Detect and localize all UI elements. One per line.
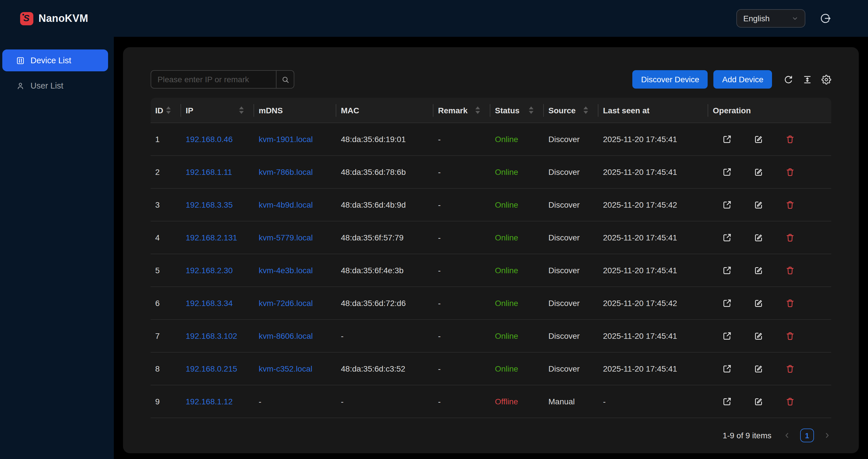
sidebar-item-device-list[interactable]: Device List [2,50,108,71]
edit-device-icon[interactable] [754,167,764,177]
row-operations [713,331,827,341]
status-badge: Online [495,200,518,209]
column-title: MAC [341,106,359,115]
column-title: Source [548,106,576,115]
column-header-last-seen-at: Last seen at [598,98,708,123]
sidebar-item-user-list[interactable]: User List [2,75,108,97]
delete-device-icon[interactable] [785,364,795,374]
refresh-icon[interactable] [783,75,793,84]
edit-device-icon[interactable] [754,364,764,374]
toolbar-actions: Discover Device Add Device [627,70,831,89]
cell-remark: - [438,331,441,341]
cell-last-seen: 2025-11-20 17:45:41 [603,135,677,144]
table-tools [783,75,831,84]
device-mdns-link[interactable]: kvm-4e3b.local [259,266,313,275]
delete-device-icon[interactable] [785,200,795,210]
main-content: Discover Device Add Device [114,37,868,459]
column-header-status[interactable]: Status [490,98,544,123]
device-mdns-link[interactable]: kvm-8606.local [259,331,313,341]
add-device-button[interactable]: Add Device [714,70,772,89]
device-mdns-link[interactable]: kvm-1901.local [259,135,313,144]
device-mdns-link[interactable]: kvm-4b9d.local [259,200,313,209]
device-ip-link[interactable]: 192.168.1.11 [186,167,232,177]
status-badge: Online [495,331,518,341]
device-ip-link[interactable]: 192.168.3.34 [186,298,233,308]
sorter-icon [239,107,249,114]
device-mdns-link[interactable]: kvm-5779.local [259,233,313,242]
delete-device-icon[interactable] [785,167,795,177]
table-row: 3 192.168.3.35 kvm-4b9d.local 48:da:35:6… [151,189,831,222]
edit-device-icon[interactable] [754,298,764,308]
device-ip-link[interactable]: 192.168.0.215 [186,364,237,373]
delete-device-icon[interactable] [785,298,795,308]
edit-device-icon[interactable] [754,134,764,144]
column-header-id[interactable]: ID [151,98,181,123]
table-row: 5 192.168.2.30 kvm-4e3b.local 48:da:35:6… [151,254,831,287]
cell-remark: - [438,364,441,373]
open-device-icon[interactable] [722,167,732,177]
delete-device-icon[interactable] [785,134,795,144]
table-row: 8 192.168.0.215 kvm-c352.local 48:da:35:… [151,352,831,385]
cell-source: Discover [548,135,580,144]
pagination-next[interactable] [823,431,831,439]
sidebar: Device List User List [0,37,114,459]
device-mdns-link[interactable]: kvm-c352.local [259,364,312,373]
cell-id: 9 [155,397,160,406]
brand-title: NanoKVM [38,12,88,24]
open-device-icon[interactable] [722,200,732,210]
device-ip-link[interactable]: 192.168.3.102 [186,331,237,341]
control-sliders-icon [16,56,25,65]
pagination-page-1[interactable]: 1 [800,429,814,442]
search-button[interactable] [276,70,294,89]
cell-id: 5 [155,266,160,275]
cell-remark: - [438,135,441,144]
device-ip-link[interactable]: 192.168.2.30 [186,266,233,275]
open-device-icon[interactable] [722,233,732,242]
discover-device-button[interactable]: Discover Device [632,70,708,89]
pagination: 1-9 of 9 items 1 [151,429,831,442]
table-row: 7 192.168.3.102 kvm-8606.local - - Onlin… [151,320,831,352]
device-ip-link[interactable]: 192.168.1.12 [186,397,233,406]
edit-device-icon[interactable] [754,397,764,406]
toolbar: Discover Device Add Device [151,70,831,89]
open-device-icon[interactable] [722,265,732,275]
column-header-ip[interactable]: IP [181,98,254,123]
device-ip-link[interactable]: 192.168.2.131 [186,233,237,242]
delete-device-icon[interactable] [785,265,795,275]
app-header: S NanoKVM English [0,0,868,37]
cell-source: Discover [548,298,580,308]
edit-device-icon[interactable] [754,200,764,210]
status-badge: Online [495,266,518,275]
device-mdns-link[interactable]: kvm-786b.local [259,167,313,177]
delete-device-icon[interactable] [785,397,795,406]
open-device-icon[interactable] [722,364,732,374]
table-header-row: IDIPmDNSMACRemarkStatusSourceLast seen a… [151,98,831,123]
settings-icon[interactable] [822,75,831,84]
delete-device-icon[interactable] [785,233,795,242]
open-device-icon[interactable] [722,397,732,406]
device-ip-link[interactable]: 192.168.3.35 [186,200,233,209]
column-title: IP [186,106,193,115]
edit-device-icon[interactable] [754,265,764,275]
cell-id: 8 [155,364,160,373]
device-ip-link[interactable]: 192.168.0.46 [186,135,233,144]
edit-device-icon[interactable] [754,331,764,341]
search-icon [281,75,289,84]
column-header-source[interactable]: Source [544,98,598,123]
delete-device-icon[interactable] [785,331,795,341]
search-input[interactable] [151,70,276,89]
device-mdns-link[interactable]: kvm-72d6.local [259,298,313,308]
pagination-total: 1-9 of 9 items [722,431,771,440]
cell-last-seen: 2025-11-20 17:45:41 [603,364,677,373]
open-device-icon[interactable] [722,331,732,341]
edit-device-icon[interactable] [754,233,764,242]
logout-icon[interactable] [820,13,831,24]
cell-last-seen: 2025-11-20 17:45:41 [603,233,677,242]
open-device-icon[interactable] [722,298,732,308]
pagination-prev[interactable] [783,431,791,439]
language-select-value: English [743,14,770,23]
language-select[interactable]: English [736,9,805,28]
column-height-icon[interactable] [803,75,812,84]
column-header-remark[interactable]: Remark [433,98,490,123]
open-device-icon[interactable] [722,134,732,144]
